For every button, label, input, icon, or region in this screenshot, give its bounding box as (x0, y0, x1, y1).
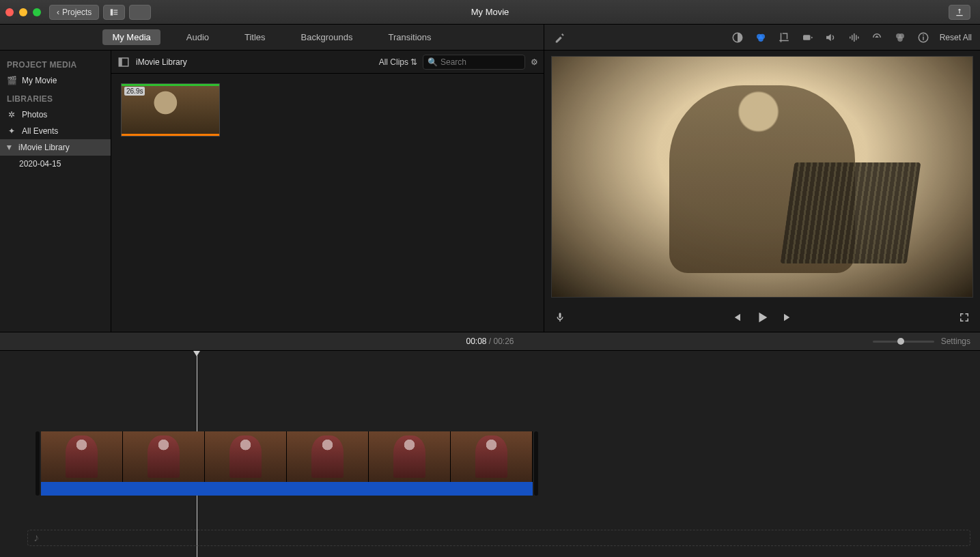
tab-backgrounds[interactable]: Backgrounds (292, 29, 363, 45)
projects-back-button[interactable]: ‹ Projects (49, 5, 99, 20)
svg-rect-22 (559, 313, 561, 318)
timeline-settings-button[interactable]: Settings (941, 337, 970, 346)
sidebar-item-label: My Movie (22, 76, 57, 85)
sidebar-item-library[interactable]: ▶ iMovie Library (0, 139, 111, 156)
enhance-icon[interactable] (552, 31, 566, 44)
fullscreen-icon[interactable] (958, 311, 970, 324)
svg-point-7 (758, 36, 764, 42)
sidebar-item-event[interactable]: 2020-04-15 (0, 156, 111, 172)
browser-breadcrumb: iMovie Library (136, 57, 187, 67)
svg-rect-2 (114, 12, 118, 12)
timeline-header: 00:08 / 00:26 Settings (0, 332, 980, 351)
svg-rect-0 (111, 9, 113, 15)
browser-settings-icon[interactable]: ⚙ (531, 57, 538, 67)
svg-rect-8 (803, 35, 811, 40)
filmstrip-frame (287, 431, 369, 482)
timecode-current: 00:08 (466, 337, 486, 346)
preview-panel (544, 51, 980, 332)
main: PROJECT MEDIA 🎬 My Movie LIBRARIES ✲ Pho… (0, 51, 980, 332)
zoom-window[interactable] (33, 8, 41, 16)
svg-rect-1 (114, 10, 118, 10)
filmstrip-frame (123, 431, 205, 482)
next-frame-button[interactable] (782, 311, 794, 324)
timecode-total: 00:26 (494, 337, 514, 346)
svg-rect-10 (852, 35, 853, 40)
browser-body: 26.9s (111, 74, 544, 332)
tab-my-media[interactable]: My Media (102, 29, 160, 45)
preview-accordion (781, 162, 921, 263)
svg-rect-19 (923, 34, 924, 35)
timecode: 00:08 / 00:26 (466, 337, 514, 346)
video-track-clip[interactable] (41, 431, 533, 496)
color-balance-icon[interactable] (731, 31, 744, 44)
color-correction-icon[interactable] (754, 31, 768, 44)
svg-rect-3 (114, 14, 118, 14)
tab-transitions[interactable]: Transitions (378, 29, 440, 45)
play-button[interactable] (755, 310, 770, 325)
svg-rect-11 (854, 33, 855, 42)
reset-all-button[interactable]: Reset All (940, 33, 972, 42)
browser-toolbar: iMovie Library All Clips ⇅ 🔍 ⚙ (111, 51, 544, 74)
tabs-row: My Media Audio Titles Backgrounds Transi… (0, 25, 980, 51)
clip-trim-left[interactable] (36, 431, 40, 496)
sidebar-item-label: Photos (22, 110, 47, 119)
search-field[interactable]: 🔍 (423, 55, 525, 70)
import-button[interactable] (129, 5, 151, 20)
search-input[interactable] (440, 57, 520, 67)
speed-icon[interactable] (870, 31, 884, 44)
stabilize-icon[interactable] (800, 31, 814, 44)
disclosure-triangle-icon[interactable]: ▶ (6, 145, 13, 150)
background-music-track[interactable]: ♪ (27, 530, 970, 546)
volume-icon[interactable] (824, 31, 837, 44)
timeline-zoom: Settings (873, 337, 970, 346)
media-clip[interactable]: 26.9s (121, 83, 220, 137)
minimize-window[interactable] (19, 8, 27, 16)
svg-rect-18 (923, 36, 924, 40)
titlebar: ‹ Projects My Movie (0, 0, 980, 25)
playback-controls (544, 303, 980, 332)
preview-viewer[interactable] (551, 56, 973, 298)
filter-icon[interactable] (893, 31, 907, 44)
music-note-icon: ♪ (33, 532, 39, 544)
svg-rect-9 (850, 36, 851, 38)
clip-trim-right[interactable] (534, 431, 538, 496)
clip-audio-track[interactable] (41, 482, 533, 496)
sidebar-item-label: iMovie Library (18, 143, 70, 152)
clip-duration-badge: 26.9s (124, 87, 145, 96)
sidebar-item-photos[interactable]: ✲ Photos (0, 106, 111, 123)
clips-filter-dropdown[interactable]: All Clips ⇅ (379, 57, 417, 67)
filmstrip-frame (369, 431, 451, 482)
library-list-toggle[interactable] (103, 5, 125, 20)
window-title: My Movie (471, 7, 509, 17)
share-button[interactable] (949, 5, 970, 20)
svg-point-16 (897, 36, 903, 42)
noise-reduction-icon[interactable] (847, 31, 860, 44)
chevron-left-icon: ‹ (57, 8, 59, 17)
zoom-slider[interactable] (873, 341, 934, 343)
timeline[interactable]: ♪ (0, 351, 980, 557)
clip-audio-bar (122, 134, 219, 136)
sidebar-head-project: PROJECT MEDIA (0, 55, 111, 72)
star-icon: ✦ (7, 126, 16, 136)
window-controls (5, 8, 41, 16)
voiceover-mic-icon[interactable] (554, 311, 566, 324)
sidebar-item-label: 2020-04-15 (19, 159, 61, 169)
svg-rect-21 (119, 58, 122, 66)
crop-icon[interactable] (777, 31, 791, 44)
tab-audio[interactable]: Audio (177, 29, 219, 45)
search-icon: 🔍 (428, 57, 438, 67)
info-icon[interactable] (916, 31, 930, 44)
sidebar-item-project[interactable]: 🎬 My Movie (0, 72, 111, 89)
zoom-knob[interactable] (897, 338, 904, 345)
filmstrip-frame (41, 431, 123, 482)
sidebar-item-all-events[interactable]: ✦ All Events (0, 123, 111, 139)
svg-rect-12 (856, 35, 857, 40)
close-window[interactable] (5, 8, 14, 16)
media-tabs: My Media Audio Titles Backgrounds Transi… (0, 25, 544, 50)
clip-filmstrip (41, 431, 533, 482)
tab-titles[interactable]: Titles (235, 29, 275, 45)
clapper-icon: 🎬 (7, 76, 16, 85)
media-browser: iMovie Library All Clips ⇅ 🔍 ⚙ 26.9s (111, 51, 544, 332)
sidebar-toggle-icon[interactable] (117, 55, 130, 69)
prev-frame-button[interactable] (730, 311, 742, 324)
